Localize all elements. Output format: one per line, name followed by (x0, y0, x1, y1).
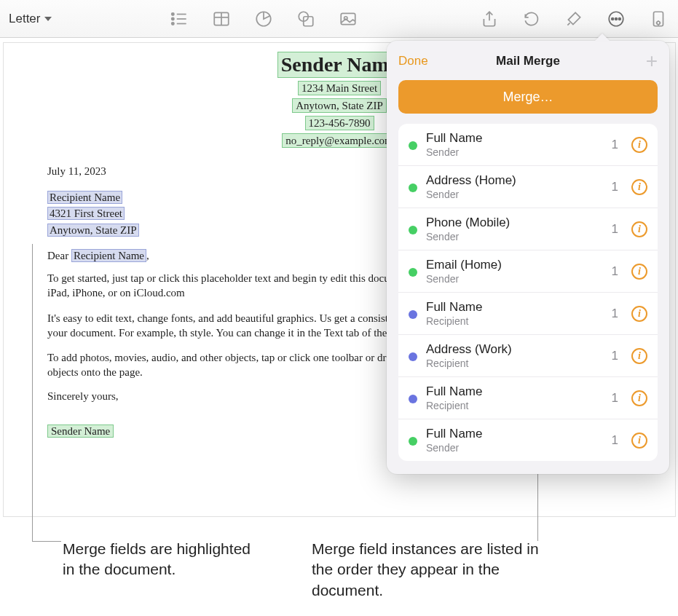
status-dot (409, 183, 417, 192)
svg-point-16 (615, 17, 618, 20)
signature-field[interactable]: Sender Name (47, 425, 114, 438)
field-name: Phone (Mobile) (426, 216, 603, 230)
field-count: 1 (612, 222, 618, 237)
field-source: Sender (426, 273, 603, 285)
merge-field-row[interactable]: Address (Home)Sender1i (398, 166, 658, 208)
status-dot (409, 437, 417, 446)
field-count: 1 (612, 138, 618, 152)
status-dot (409, 141, 417, 150)
chart-icon[interactable] (253, 8, 275, 30)
merge-field-row[interactable]: Full NameRecipient1i (398, 293, 658, 335)
status-dot (409, 395, 417, 403)
status-dot (409, 352, 417, 361)
field-source: Sender (426, 442, 603, 454)
undo-icon[interactable] (521, 8, 543, 30)
merge-field-row[interactable]: Email (Home)Sender1i (398, 250, 658, 293)
sender-citystate-field[interactable]: Anytown, State ZIP (292, 98, 387, 113)
action-group (478, 8, 669, 30)
callout-leader-left (32, 244, 33, 541)
svg-point-15 (612, 17, 614, 20)
field-text: Phone (Mobile)Sender (426, 216, 603, 242)
salutation-prefix: Dear (47, 250, 71, 261)
chevron-down-icon (44, 17, 52, 21)
field-text: Full NameRecipient (426, 300, 603, 327)
document-options-icon[interactable] (647, 8, 669, 30)
field-text: Email (Home)Sender (426, 258, 603, 285)
recipient-name-field[interactable]: Recipient Name (47, 191, 122, 204)
info-icon[interactable]: i (631, 179, 647, 195)
status-dot (409, 268, 417, 277)
field-text: Address (Work)Recipient (426, 342, 603, 369)
paragraph-style-label: Letter (9, 12, 40, 26)
field-text: Full NameRecipient (426, 384, 603, 411)
merge-field-list: Full NameSender1iAddress (Home)Sender1iP… (398, 124, 658, 461)
paragraph-style-select[interactable]: Letter (9, 12, 52, 26)
mail-merge-popover: Done Mail Merge + Merge… Full NameSender… (387, 41, 669, 474)
merge-field-row[interactable]: Full NameSender1i (398, 124, 658, 166)
popover-title: Mail Merge (398, 54, 658, 68)
share-icon[interactable] (478, 8, 500, 30)
field-count: 1 (612, 307, 618, 321)
sender-phone-field[interactable]: 123-456-7890 (305, 116, 374, 130)
toolbar: Letter (0, 0, 678, 38)
table-icon[interactable] (210, 8, 232, 30)
media-icon[interactable] (337, 8, 359, 30)
svg-rect-12 (342, 13, 356, 24)
field-source: Recipient (426, 315, 603, 327)
merge-field-row[interactable]: Full NameRecipient1i (398, 377, 658, 419)
info-icon[interactable]: i (631, 221, 647, 237)
done-button[interactable]: Done (398, 54, 428, 68)
more-icon[interactable] (605, 8, 627, 30)
salutation-name-field[interactable]: Recipient Name (71, 249, 146, 262)
merge-button[interactable]: Merge… (398, 80, 658, 114)
field-count: 1 (612, 391, 618, 406)
bullet-list-icon[interactable] (168, 8, 190, 30)
recipient-street-field[interactable]: 4321 First Street (47, 207, 125, 220)
field-name: Address (Work) (426, 342, 603, 357)
info-icon[interactable]: i (631, 306, 647, 322)
field-count: 1 (612, 349, 618, 363)
field-count: 1 (612, 264, 618, 279)
field-source: Recipient (426, 358, 603, 369)
field-text: Full NameSender (426, 427, 603, 454)
sender-email-field[interactable]: no_reply@example.com (282, 133, 397, 148)
insert-group (168, 8, 359, 30)
svg-point-17 (618, 17, 620, 20)
field-source: Sender (426, 231, 603, 242)
status-dot (409, 310, 417, 319)
merge-field-row[interactable]: Phone (Mobile)Sender1i (398, 208, 658, 250)
field-name: Email (Home) (426, 258, 603, 272)
format-brush-icon[interactable] (563, 8, 585, 30)
callout-left: Merge fields are highlighted in the docu… (63, 539, 252, 580)
merge-field-row[interactable]: Full NameSender1i (398, 419, 658, 461)
field-name: Full Name (426, 131, 603, 146)
svg-point-4 (172, 22, 174, 24)
info-icon[interactable]: i (631, 348, 647, 364)
field-source: Sender (426, 189, 603, 200)
field-count: 1 (612, 433, 618, 448)
add-field-button[interactable]: + (646, 54, 658, 68)
status-dot (409, 226, 417, 234)
field-name: Full Name (426, 384, 603, 399)
callout-right: Merge field instances are listed in the … (312, 539, 545, 601)
callouts: Merge fields are highlighted in the docu… (0, 518, 678, 613)
svg-point-2 (172, 17, 174, 20)
merge-field-row[interactable]: Address (Work)Recipient1i (398, 335, 658, 377)
field-text: Address (Home)Sender (426, 173, 603, 200)
field-name: Address (Home) (426, 173, 603, 188)
field-source: Recipient (426, 400, 603, 411)
field-text: Full NameSender (426, 131, 603, 158)
salutation-suffix: , (146, 250, 149, 261)
field-source: Sender (426, 146, 603, 158)
sender-name-field[interactable]: Sender Name (277, 52, 401, 78)
shape-icon[interactable] (295, 8, 317, 30)
info-icon[interactable]: i (631, 137, 647, 153)
info-icon[interactable]: i (631, 390, 647, 406)
field-name: Full Name (426, 427, 603, 441)
info-icon[interactable]: i (631, 264, 647, 280)
svg-point-19 (657, 21, 660, 24)
sender-street-field[interactable]: 1234 Main Street (298, 81, 381, 95)
recipient-citystate-field[interactable]: Anytown, State ZIP (47, 224, 139, 237)
info-icon[interactable]: i (631, 433, 647, 449)
field-name: Full Name (426, 300, 603, 315)
